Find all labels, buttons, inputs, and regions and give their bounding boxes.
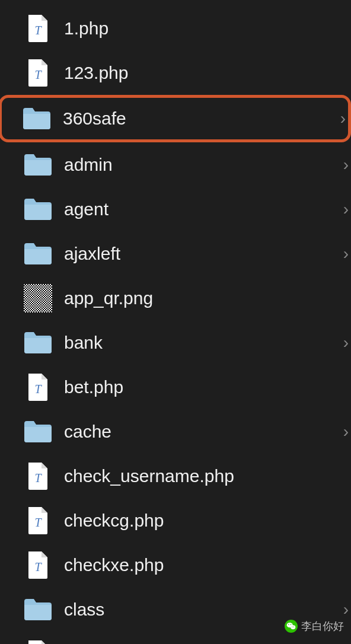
chevron-right-icon: › bbox=[343, 334, 349, 351]
folder-icon bbox=[21, 103, 52, 134]
folder-icon bbox=[23, 416, 53, 447]
file-name-label: 360safe bbox=[63, 109, 126, 129]
file-row-ajaxleft[interactable]: ajaxleft› bbox=[0, 231, 351, 276]
chevron-right-icon: › bbox=[343, 201, 349, 218]
file-list: 1.php123.php360safe›admin›agent›ajaxleft… bbox=[0, 0, 351, 644]
qr-image-icon bbox=[23, 283, 53, 314]
chevron-right-icon: › bbox=[343, 246, 349, 262]
watermark-text: 李白你好 bbox=[301, 619, 344, 633]
file-row-close-php[interactable]: close.php bbox=[0, 632, 351, 644]
file-row-bet-php[interactable]: bet.php bbox=[0, 365, 351, 409]
file-name-label: checkcg.php bbox=[64, 511, 164, 531]
file-row-bank[interactable]: bank› bbox=[0, 320, 351, 365]
file-row-1-php[interactable]: 1.php bbox=[0, 6, 351, 50]
wechat-icon bbox=[285, 620, 298, 633]
file-name-label: check_username.php bbox=[64, 466, 234, 486]
file-name-label: bank bbox=[64, 333, 103, 353]
file-row-check-username-php[interactable]: check_username.php bbox=[0, 454, 351, 498]
file-row-app-qr-png[interactable]: app_qr.png bbox=[0, 276, 351, 320]
chevron-right-icon: › bbox=[343, 601, 349, 618]
file-row-checkxe-php[interactable]: checkxe.php bbox=[0, 543, 351, 587]
file-name-label: bet.php bbox=[64, 377, 123, 397]
file-name-label: checkxe.php bbox=[64, 555, 164, 575]
file-row-checkcg-php[interactable]: checkcg.php bbox=[0, 498, 351, 543]
file-row-agent[interactable]: agent› bbox=[0, 187, 351, 231]
file-name-label: class bbox=[64, 600, 104, 620]
file-row-360safe[interactable]: 360safe› bbox=[0, 95, 351, 142]
php-file-icon bbox=[23, 13, 53, 44]
php-file-icon bbox=[23, 505, 53, 536]
file-name-label: 1.php bbox=[64, 18, 109, 39]
folder-icon bbox=[23, 238, 53, 269]
file-row-cache[interactable]: cache› bbox=[0, 409, 351, 454]
php-file-icon bbox=[23, 550, 53, 581]
file-name-label: agent bbox=[64, 199, 109, 219]
file-name-label: ajaxleft bbox=[64, 244, 120, 264]
folder-icon bbox=[23, 194, 53, 225]
chevron-right-icon: › bbox=[343, 423, 349, 440]
file-name-label: cache bbox=[64, 422, 111, 442]
chevron-right-icon: › bbox=[340, 110, 346, 127]
file-row-admin[interactable]: admin› bbox=[0, 142, 351, 187]
folder-icon bbox=[23, 327, 53, 358]
php-file-icon bbox=[23, 372, 53, 403]
php-file-icon bbox=[23, 639, 53, 645]
folder-icon bbox=[23, 594, 53, 625]
file-name-label: app_qr.png bbox=[64, 288, 153, 308]
file-name-label: 123.php bbox=[64, 63, 128, 83]
watermark: 李白你好 bbox=[285, 619, 344, 633]
file-name-label: admin bbox=[64, 155, 113, 175]
folder-icon bbox=[23, 149, 53, 180]
php-file-icon bbox=[23, 461, 53, 492]
php-file-icon bbox=[23, 58, 53, 88]
file-row-123-php[interactable]: 123.php bbox=[0, 50, 351, 95]
chevron-right-icon: › bbox=[343, 157, 349, 173]
